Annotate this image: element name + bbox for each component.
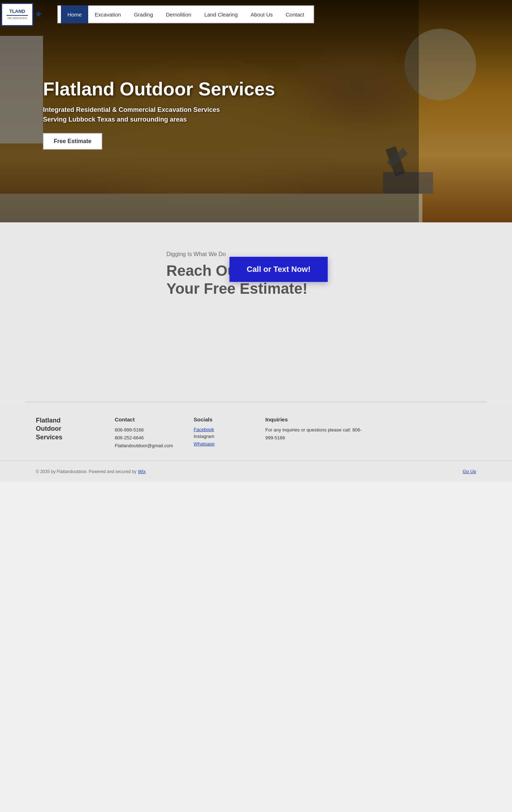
logo-line1: TLAND: [9, 9, 25, 14]
free-estimate-button[interactable]: Free Estimate: [43, 133, 102, 150]
logo-line2: OR SERVICES: [8, 16, 27, 20]
bottom-bar: © 2035 by Flatlandoutdoor. Powered and s…: [0, 461, 512, 482]
footer: FlatlandOutdoorServices Contact 806-999-…: [0, 402, 512, 461]
nav-item-demolition[interactable]: Demolition: [160, 5, 198, 23]
wix-link[interactable]: Wix: [138, 469, 146, 474]
footer-socials-section: Socials Facebook Instagram Whatsapp: [194, 416, 258, 450]
main-section: Digging Is What We Do Reach Out Today Fo…: [0, 222, 512, 402]
copyright-text: © 2035 by Flatlandoutdoor. Powered and s…: [36, 469, 136, 474]
hero-subtitle: Integrated Residential & Commercial Exca…: [43, 105, 275, 124]
hero-title: Flatland Outdoor Services: [43, 79, 275, 99]
logo-state: ★: [35, 10, 42, 19]
hero-subtitle-line2: Serving Lubbock Texas and surrounding ar…: [43, 115, 275, 124]
footer-phone1: 806-999-5166: [115, 426, 186, 434]
nav-menu: Home Excavation Grading Demolition Land …: [57, 5, 314, 23]
hero-content: Flatland Outdoor Services Integrated Res…: [43, 79, 275, 150]
navbar: TLAND OR SERVICES ★ Home Excavation Grad…: [0, 0, 512, 29]
facebook-link[interactable]: Facebook: [194, 427, 214, 432]
call-or-text-button[interactable]: Call or Text Now!: [229, 257, 328, 282]
footer-inquiries-text: For any inquiries or questions please ca…: [265, 426, 366, 442]
logo-area: TLAND OR SERVICES ★: [0, 0, 43, 29]
copyright-area: © 2035 by Flatlandoutdoor. Powered and s…: [36, 468, 146, 475]
logo: TLAND OR SERVICES ★: [1, 3, 42, 26]
hero-section: Flatland Outdoor Services Integrated Res…: [0, 0, 512, 222]
footer-inquiries-title: Inquiries: [265, 416, 366, 422]
hero-subtitle-line1: Integrated Residential & Commercial Exca…: [43, 105, 275, 115]
go-up-link[interactable]: Go Up: [463, 469, 476, 474]
footer-brand: FlatlandOutdoorServices: [36, 416, 108, 450]
footer-inquiries-section: Inquiries For any inquiries or questions…: [265, 416, 366, 450]
nav-item-about-us[interactable]: About Us: [244, 5, 279, 23]
reach-out-heading-line2: Your Free Estimate!: [166, 280, 308, 297]
nav-item-grading[interactable]: Grading: [127, 5, 159, 23]
footer-email: Flatlandoutdoor@gmail.com: [115, 442, 186, 450]
footer-contact-title: Contact: [115, 416, 186, 422]
nav-item-excavation[interactable]: Excavation: [88, 5, 127, 23]
nav-item-home[interactable]: Home: [61, 5, 88, 23]
footer-brand-name: FlatlandOutdoorServices: [36, 416, 108, 442]
logo-box: TLAND OR SERVICES: [1, 3, 33, 26]
nav-item-contact[interactable]: Contact: [279, 5, 311, 23]
instagram-link[interactable]: Instagram: [194, 434, 214, 439]
footer-grid: FlatlandOutdoorServices Contact 806-999-…: [36, 416, 359, 450]
footer-contact-section: Contact 806-999-5166 806-252-6646 Flatla…: [115, 416, 186, 450]
cta-overlay: Call or Text Now!: [229, 257, 328, 282]
nav-item-land-clearing[interactable]: Land Clearing: [198, 5, 244, 23]
footer-phone2: 806-252-6646: [115, 434, 186, 442]
footer-socials-title: Socials: [194, 416, 258, 422]
whatsapp-link[interactable]: Whatsapp: [194, 441, 215, 447]
